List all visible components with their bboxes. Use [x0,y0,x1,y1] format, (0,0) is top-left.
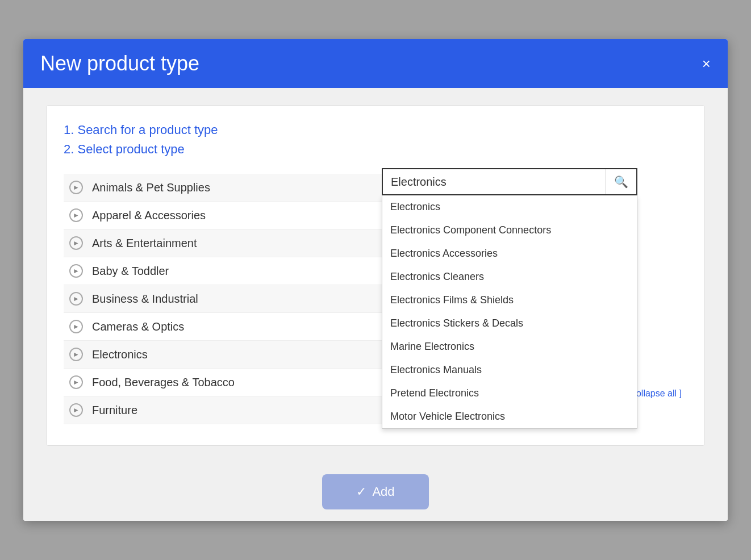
step-labels: 1. Search for a product type 2. Select p… [64,123,687,157]
dropdown-item[interactable]: Electronics Component Connectors [382,219,637,242]
category-list: ►Animals & Pet Supplies►Apparel & Access… [64,174,382,424]
dropdown-item[interactable]: Electronics Manuals [382,358,637,382]
category-arrow-icon: ► [69,236,83,250]
dropdown-item[interactable]: Electronics Accessories [382,242,637,265]
modal-header: New product type × [23,39,728,88]
modal-overlay: New product type × 1. Search for a produ… [0,0,751,560]
modal-title: New product type [40,52,199,76]
checkmark-icon: ✓ [356,484,366,499]
search-icon: 🔍 [614,175,628,188]
category-arrow-icon: ► [69,264,83,278]
search-input[interactable] [383,170,606,194]
modal-footer: ✓ Add [23,463,728,521]
category-arrow-icon: ► [69,181,83,194]
category-item[interactable]: ►Furniture [64,396,382,424]
category-label: Arts & Entertainment [92,237,197,250]
modal-close-button[interactable]: × [702,56,711,71]
category-arrow-icon: ► [69,348,83,361]
dropdown-item[interactable]: Electronics Films & Shields [382,289,637,312]
category-label: Food, Beverages & Tobacco [92,376,235,389]
dropdown-item[interactable]: Electronics [382,195,637,219]
category-arrow-icon: ► [69,320,83,333]
category-item[interactable]: ►Baby & Toddler [64,257,382,285]
content-row: ►Animals & Pet Supplies►Apparel & Access… [64,168,687,424]
category-item[interactable]: ►Business & Industrial [64,285,382,313]
dropdown-item[interactable]: Electronics Cleaners [382,265,637,289]
modal-body: 1. Search for a product type 2. Select p… [23,88,728,463]
dropdown-list: ElectronicsElectronics Component Connect… [382,195,637,429]
category-item[interactable]: ►Cameras & Optics [64,313,382,341]
search-button[interactable]: 🔍 [606,169,636,194]
step2-label: 2. Select product type [64,142,687,157]
category-item[interactable]: ►Animals & Pet Supplies [64,174,382,202]
search-container: 🔍 ElectronicsElectronics Component Conne… [382,168,687,195]
dropdown-item[interactable]: Marine Electronics [382,335,637,358]
modal-dialog: New product type × 1. Search for a produ… [23,39,728,521]
category-item[interactable]: ►Electronics [64,341,382,369]
category-arrow-icon: ► [69,375,83,389]
dropdown-item[interactable]: Pretend Electronics [382,382,637,405]
category-arrow-icon: ► [69,208,83,222]
add-button[interactable]: ✓ Add [322,474,428,509]
right-panel: 🔍 ElectronicsElectronics Component Conne… [382,168,687,424]
category-label: Apparel & Accessories [92,209,206,222]
step1-label: 1. Search for a product type [64,123,687,137]
category-arrow-icon: ► [69,292,83,306]
modal-content-area: 1. Search for a product type 2. Select p… [46,105,705,446]
left-panel: ►Animals & Pet Supplies►Apparel & Access… [64,168,382,424]
category-label: Baby & Toddler [92,265,169,278]
search-box: 🔍 [382,168,637,195]
category-label: Cameras & Optics [92,320,184,333]
category-arrow-icon: ► [69,403,83,417]
category-item[interactable]: ►Arts & Entertainment [64,229,382,257]
dropdown-item[interactable]: Electronics Stickers & Decals [382,312,637,335]
category-item[interactable]: ►Apparel & Accessories [64,202,382,229]
category-label: Electronics [92,348,148,361]
dropdown-item[interactable]: Motor Vehicle Electronics [382,405,637,428]
category-label: Furniture [92,404,137,417]
category-label: Business & Industrial [92,292,198,306]
category-item[interactable]: ►Food, Beverages & Tobacco [64,369,382,396]
add-button-label: Add [372,484,394,499]
category-label: Animals & Pet Supplies [92,181,210,194]
